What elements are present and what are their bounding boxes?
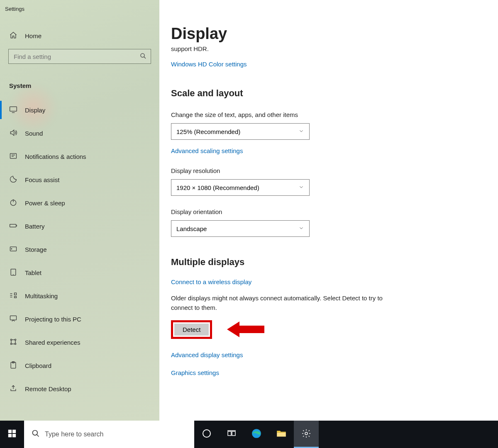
task-view-button[interactable] [219,421,244,448]
svg-point-20 [33,431,38,436]
sound-icon [9,129,17,138]
orientation-label: Display orientation [171,208,498,215]
svg-marker-15 [227,321,264,337]
sidebar-item-label: Battery [25,223,45,230]
scale-dropdown[interactable]: 125% (Recommended) [171,123,310,140]
shared-icon [9,338,17,347]
advanced-scaling-link[interactable]: Advanced scaling settings [171,147,243,154]
resolution-label: Display resolution [171,167,498,174]
sidebar-item-label: Display [25,107,45,114]
sidebar-item-sound[interactable]: Sound [0,122,159,145]
svg-point-6 [11,248,12,249]
sidebar-item-label: Power & sleep [25,200,65,207]
home-button[interactable]: Home [0,12,159,41]
edge-button[interactable] [244,421,269,448]
scale-value: 125% (Recommended) [176,128,240,135]
orientation-value: Landscape [176,225,207,232]
sidebar-item-label: Remote Desktop [25,385,71,392]
chevron-down-icon [298,128,304,135]
cortana-icon [202,429,212,440]
hdr-trailing-text: support HDR. [171,45,498,52]
focus-icon [9,175,17,185]
detect-help-text: Older displays might not always connect … [171,293,403,313]
taskbar: Type here to search [0,421,498,448]
sidebar-item-power[interactable]: Power & sleep [0,191,159,214]
cortana-button[interactable] [194,421,219,448]
detect-highlight: Detect [171,320,212,339]
notifications-icon [9,152,17,161]
project-icon [9,314,17,324]
svg-point-25 [305,432,308,435]
svg-point-21 [203,430,210,437]
sidebar: Settings Home System Display Sound Notif… [0,0,159,421]
settings-taskbar-button[interactable] [294,421,319,448]
sidebar-item-battery[interactable]: Battery [0,214,159,238]
explorer-button[interactable] [269,421,294,448]
sidebar-item-display[interactable]: Display [0,98,159,122]
sidebar-item-focus[interactable]: Focus assist [0,168,159,191]
sidebar-item-label: Focus assist [25,176,59,183]
svg-rect-2 [10,153,17,158]
sidebar-item-label: Clipboard [25,362,51,369]
remote-icon [9,384,17,394]
svg-rect-8 [10,316,17,320]
annotation-arrow-icon [227,320,264,341]
svg-rect-4 [10,224,16,227]
svg-rect-19 [12,434,16,437]
orientation-dropdown[interactable]: Landscape [171,220,310,237]
chevron-down-icon [298,225,304,232]
svg-point-11 [10,343,12,344]
search-icon [32,429,40,439]
scale-heading: Scale and layout [171,88,498,99]
resolution-dropdown[interactable]: 1920 × 1080 (Recommended) [171,179,310,196]
start-button[interactable] [0,421,24,448]
svg-rect-23 [232,431,235,436]
sidebar-item-label: Shared experiences [25,339,80,346]
multitask-icon [9,291,17,301]
svg-rect-18 [8,434,12,437]
sidebar-item-label: Notifications & actions [25,153,86,160]
detect-button[interactable]: Detect [174,324,209,336]
home-label: Home [25,32,42,39]
sidebar-item-storage[interactable]: Storage [0,238,159,261]
chevron-down-icon [298,184,304,191]
display-icon [9,105,17,115]
sidebar-item-notifications[interactable]: Notifications & actions [0,145,159,168]
page-title: Display [171,0,498,43]
advanced-display-link[interactable]: Advanced display settings [171,351,498,358]
svg-point-10 [15,339,16,340]
search-input[interactable] [8,49,151,64]
sidebar-item-label: Sound [25,130,43,137]
folder-icon [276,428,287,441]
sidebar-item-multitasking[interactable]: Multitasking [0,284,159,307]
section-label: System [0,64,159,89]
clipboard-icon [9,361,17,370]
sidebar-item-label: Storage [25,246,47,253]
hd-color-link[interactable]: Windows HD Color settings [171,61,247,68]
svg-point-9 [10,339,12,340]
graphics-settings-link[interactable]: Graphics settings [171,369,498,376]
edge-icon [251,428,262,441]
wireless-display-link[interactable]: Connect to a wireless display [171,278,251,285]
sidebar-item-label: Multitasking [25,292,58,299]
sidebar-item-remote[interactable]: Remote Desktop [0,377,159,400]
gear-icon [301,429,311,440]
battery-icon [9,222,17,231]
sidebar-item-clipboard[interactable]: Clipboard [0,354,159,377]
svg-rect-17 [12,430,16,433]
taskbar-search[interactable]: Type here to search [24,421,194,448]
sidebar-item-tablet[interactable]: Tablet [0,261,159,284]
tablet-icon [9,268,17,278]
multi-heading: Multiple displays [171,257,498,268]
svg-rect-22 [228,431,231,436]
svg-point-12 [15,343,16,344]
svg-point-0 [141,54,144,57]
sidebar-item-projecting[interactable]: Projecting to this PC [0,307,159,331]
app-title: Settings [0,0,159,12]
sidebar-item-label: Projecting to this PC [25,316,81,323]
sidebar-item-shared[interactable]: Shared experiences [0,331,159,354]
main-content: Display support HDR. Windows HD Color se… [159,0,498,421]
home-icon [9,31,17,41]
resolution-value: 1920 × 1080 (Recommended) [176,184,259,191]
task-view-icon [227,429,237,440]
